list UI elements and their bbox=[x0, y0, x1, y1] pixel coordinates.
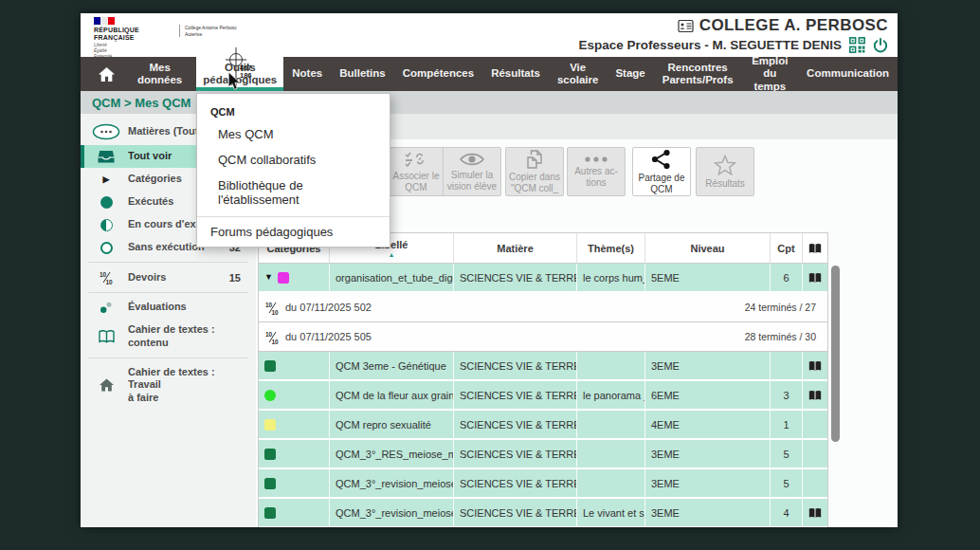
category-cell[interactable] bbox=[259, 352, 330, 379]
nav-items: Mes donnéesOutils pédagogiquesNotesBulle… bbox=[90, 57, 898, 91]
category-cell[interactable]: ▼ bbox=[259, 264, 330, 291]
category-color-marker bbox=[264, 360, 276, 372]
column-header-book[interactable] bbox=[803, 233, 827, 263]
nav-item-notes[interactable]: Notes bbox=[283, 57, 331, 91]
caret-down-icon: ▼ bbox=[264, 273, 273, 282]
menu-item-forums-pedagogiques[interactable]: Forums pédagogiques bbox=[197, 216, 390, 247]
sidebar-item-label: Catégories bbox=[128, 173, 182, 186]
svg-text:10: 10 bbox=[265, 330, 273, 337]
themes-cell: le panorama _ bbox=[577, 381, 645, 409]
autres-actions-button[interactable]: Autres ac- tions bbox=[567, 147, 626, 196]
cpt-cell: 1 bbox=[771, 411, 803, 438]
nav-item-competences[interactable]: Compétences bbox=[394, 57, 482, 91]
partage-qcm-button[interactable]: Partage de QCM bbox=[632, 147, 691, 196]
simuler-vision-eleve-button[interactable]: Simuler la vision élève bbox=[443, 147, 501, 196]
nav-item-emploi-du-temps[interactable]: Emploi du temps bbox=[742, 57, 799, 91]
table-scrollbar[interactable] bbox=[831, 266, 840, 442]
column-header-4[interactable]: Niveau bbox=[645, 233, 771, 263]
book-cell[interactable] bbox=[803, 264, 827, 291]
book-cell[interactable] bbox=[803, 469, 827, 497]
svg-text:10: 10 bbox=[272, 308, 280, 315]
book-cell[interactable] bbox=[803, 440, 827, 468]
category-cell[interactable] bbox=[259, 469, 330, 497]
niveau-cell: 3EME bbox=[645, 469, 771, 497]
cpt-cell: 6 bbox=[771, 264, 803, 291]
nav-item-home[interactable] bbox=[90, 57, 123, 91]
logout-power-icon[interactable] bbox=[873, 38, 888, 53]
column-header-2[interactable]: Matière bbox=[454, 233, 577, 263]
matiere-cell: SCIENCES VIE & TERRE bbox=[454, 440, 577, 468]
themes-cell bbox=[577, 469, 645, 497]
niveau-cell: 3EME bbox=[645, 352, 771, 379]
nav-item-bulletins[interactable]: Bulletins bbox=[331, 57, 394, 91]
menu-item[interactable]: Mes QCM bbox=[197, 121, 390, 147]
inbox-icon bbox=[98, 150, 115, 163]
table-row[interactable]: QCM de la fleur aux grainesSCIENCES VIE … bbox=[259, 381, 827, 411]
main-nav: Mes donnéesOutils pédagogiquesNotesBulle… bbox=[81, 57, 898, 91]
sidebar-separator bbox=[88, 262, 248, 263]
libelle-cell: QCM_3°_revision_meiose_n bbox=[330, 469, 454, 497]
nav-item-rencontres-parents-profs[interactable]: Rencontres Parents/Profs bbox=[654, 57, 742, 91]
book-cell[interactable] bbox=[803, 411, 827, 438]
sidebar-item-label: Sans exécution bbox=[128, 241, 205, 254]
nav-item-label: Vie scolaire bbox=[557, 62, 598, 86]
qr-code-icon[interactable] bbox=[849, 37, 865, 53]
sidebar-item-cahier-travail[interactable]: Cahier de textes : Travail à faire bbox=[81, 361, 256, 410]
book-cell[interactable] bbox=[803, 352, 827, 379]
nav-item-label: Mes données bbox=[132, 62, 188, 86]
table-row[interactable]: QCM_3°_revision_meiose_nSCIENCES VIE & T… bbox=[259, 499, 827, 527]
open-book-icon bbox=[99, 330, 115, 343]
category-cell[interactable] bbox=[259, 411, 330, 438]
table-row[interactable]: QCM_3°_revision_meiose_nSCIENCES VIE & T… bbox=[259, 469, 827, 499]
nav-item-label: Rencontres Parents/Profs bbox=[662, 62, 734, 86]
category-cell[interactable] bbox=[259, 440, 330, 468]
copy-icon bbox=[525, 150, 544, 169]
session-status: 24 terminés / 27 bbox=[745, 302, 816, 313]
nav-item-vie-scolaire[interactable]: Vie scolaire bbox=[549, 57, 607, 91]
table-row[interactable]: ▼organisation_et_tube_digesSCIENCES VIE … bbox=[259, 264, 827, 293]
nav-item-outils-pedagogiques[interactable]: Outils pédagogiques bbox=[196, 57, 283, 91]
copier-qcm-button[interactable]: Copier dans "QCM coll_ bbox=[505, 147, 564, 196]
app-window: RÉPUBLIQUE FRANÇAISE Liberté Égalité Fra… bbox=[81, 13, 898, 527]
toolbar-button-label: Résultats bbox=[705, 178, 745, 190]
resultats-button[interactable]: Résultats bbox=[696, 147, 754, 196]
menu-items: Mes QCMQCM collaboratifsBibliothèque de … bbox=[197, 121, 390, 212]
table-row[interactable]: QCM_3°_RES_meiose_mitoSCIENCES VIE & TER… bbox=[259, 440, 827, 469]
niveau-cell: 5EME bbox=[645, 264, 771, 291]
checklist-link-icon bbox=[404, 151, 428, 168]
session-status: 28 terminés / 30 bbox=[745, 331, 816, 342]
nav-item-resultats[interactable]: Résultats bbox=[482, 57, 549, 91]
book-cell[interactable] bbox=[803, 499, 827, 526]
book-dark-icon bbox=[808, 507, 822, 519]
grade-fraction-icon: 1010 bbox=[265, 301, 280, 315]
sidebar-item-devoirs[interactable]: 1010Devoirs15 bbox=[81, 266, 256, 289]
column-header-3[interactable]: Thème(s) bbox=[577, 233, 645, 263]
toolbar-button-label: Simuler la vision élève bbox=[447, 170, 497, 192]
nav-item-communication[interactable]: Communication bbox=[798, 57, 898, 91]
sidebar-item-evaluations[interactable]: Évaluations bbox=[81, 296, 256, 319]
session-row[interactable]: 1010du 07/11/2025 50528 terminés / 30 bbox=[259, 322, 827, 352]
toolbar-button-label: Autres ac- tions bbox=[574, 166, 618, 188]
libelle-cell: QCM_3°_revision_meiose_n bbox=[330, 499, 454, 526]
category-color-marker bbox=[264, 419, 276, 431]
session-row[interactable]: 1010du 07/11/2025 50224 terminés / 27 bbox=[259, 293, 827, 322]
share-icon bbox=[650, 149, 673, 170]
menu-item[interactable]: Bibliothèque de l'établissement bbox=[197, 173, 390, 212]
table-row[interactable]: QCM repro sexualitéSCIENCES VIE & TERRE4… bbox=[259, 411, 827, 440]
circle-half-icon bbox=[100, 219, 113, 231]
menu-item[interactable]: QCM collaboratifs bbox=[197, 147, 390, 173]
category-cell[interactable] bbox=[259, 499, 330, 526]
user-space-label: Espace Professeurs - M. SEGUETTE DENIS bbox=[578, 38, 842, 52]
nav-item-mes-donnees[interactable]: Mes données bbox=[123, 57, 196, 91]
category-cell[interactable] bbox=[259, 381, 330, 409]
libelle-cell: QCM de la fleur aux graines bbox=[330, 381, 454, 409]
sidebar-item-label: Devoirs bbox=[128, 271, 166, 284]
book-cell[interactable] bbox=[803, 381, 827, 409]
table-row[interactable]: QCM 3eme - GénétiqueSCIENCES VIE & TERRE… bbox=[259, 352, 827, 381]
breadcrumb[interactable]: QCM > Mes QCM bbox=[92, 96, 191, 110]
associer-qcm-button[interactable]: Associer le QCM bbox=[387, 147, 445, 196]
column-header-5[interactable]: Cpt bbox=[771, 233, 803, 263]
sidebar-item-cahier-contenu[interactable]: Cahier de textes : contenu bbox=[81, 319, 256, 355]
cpt-cell bbox=[771, 352, 803, 379]
nav-item-stage[interactable]: Stage bbox=[607, 57, 653, 91]
